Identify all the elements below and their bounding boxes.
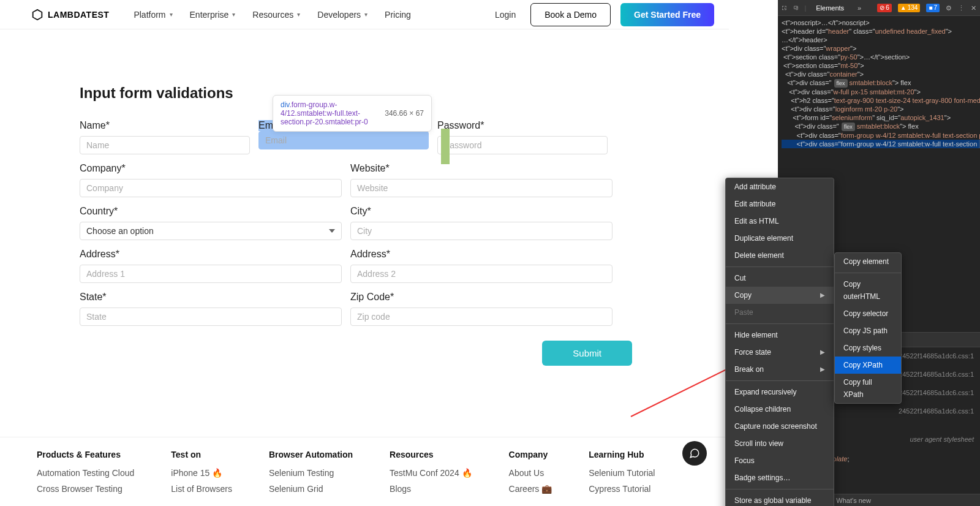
inspect-padding-overlay bbox=[441, 129, 450, 164]
ctx-break-on[interactable]: Break on▶ bbox=[726, 361, 834, 378]
footer-link[interactable]: List of Browsers bbox=[171, 484, 232, 494]
nav-pricing[interactable]: Pricing bbox=[385, 10, 411, 20]
website-label: Website* bbox=[350, 163, 612, 174]
inspect-dimensions: 346.66 × 67 bbox=[385, 109, 424, 118]
company-label: Company* bbox=[80, 163, 342, 174]
ctx-delete-element[interactable]: Delete element bbox=[726, 247, 834, 264]
elements-tab[interactable]: Elements bbox=[812, 4, 848, 12]
copy-submenu[interactable]: Copy elementCopy outerHTMLCopy selectorC… bbox=[834, 252, 902, 404]
form-group-name: Name* bbox=[80, 120, 250, 154]
company-input[interactable] bbox=[80, 179, 342, 197]
address2-input[interactable] bbox=[350, 265, 612, 283]
nav-resources[interactable]: Resources▾ bbox=[252, 10, 300, 20]
ctx-capture-node-screenshot[interactable]: Capture node screenshot bbox=[726, 418, 834, 435]
ctx-edit-as-html[interactable]: Edit as HTML bbox=[726, 213, 834, 230]
form-group-website: Website* bbox=[350, 163, 612, 197]
ctx-force-state[interactable]: Force state▶ bbox=[726, 344, 834, 361]
inspect-icon[interactable] bbox=[782, 4, 787, 12]
logo-icon bbox=[31, 8, 44, 21]
footer-link[interactable]: TestMu Conf 2024 🔥 bbox=[390, 468, 472, 478]
footer-col-browser: Browser Automation Selenium Testing Sele… bbox=[269, 450, 353, 500]
svg-rect-2 bbox=[796, 7, 797, 9]
chat-button[interactable] bbox=[682, 441, 707, 466]
ctx-copy-selector[interactable]: Copy selector bbox=[835, 305, 901, 322]
address1-label: Address* bbox=[80, 249, 342, 260]
form-group-address2: Address* bbox=[350, 249, 612, 283]
footer-col-teston: Test on iPhone 15 🔥 List of Browsers bbox=[171, 450, 232, 500]
footer-col-resources: Resources TestMu Conf 2024 🔥 Blogs bbox=[390, 450, 472, 500]
ctx-add-attribute[interactable]: Add attribute bbox=[726, 178, 834, 195]
footer-link[interactable]: Selenium Grid bbox=[269, 484, 353, 494]
address1-input[interactable] bbox=[80, 265, 342, 283]
gear-icon[interactable]: ⚙ bbox=[946, 4, 952, 12]
footer-link[interactable]: iPhone 15 🔥 bbox=[171, 468, 232, 478]
close-icon[interactable]: ✕ bbox=[971, 4, 976, 12]
ctx-copy-js-path[interactable]: Copy JS path bbox=[835, 322, 901, 339]
whatsnew-tab[interactable]: What's new bbox=[836, 497, 871, 504]
name-input[interactable] bbox=[80, 136, 250, 154]
ctx-badge-settings-[interactable]: Badge settings… bbox=[726, 469, 834, 486]
more-tabs[interactable]: » bbox=[854, 4, 865, 12]
device-icon[interactable] bbox=[793, 4, 799, 12]
ctx-paste: Paste bbox=[726, 304, 834, 321]
ctx-copy-styles[interactable]: Copy styles bbox=[835, 339, 901, 357]
nav-platform[interactable]: Platform▾ bbox=[134, 10, 172, 20]
ctx-copy-xpath[interactable]: Copy XPath bbox=[835, 357, 901, 374]
info-badge[interactable]: ■ 7 bbox=[926, 4, 940, 12]
devtools-tabs: | Elements » ⊘ 6 ▲ 134 ■ 7 ⚙ ⋮ ✕ bbox=[778, 0, 980, 16]
zip-input[interactable] bbox=[350, 308, 612, 326]
context-menu[interactable]: Add attributeEdit attributeEdit as HTMLD… bbox=[725, 178, 834, 506]
ctx-duplicate-element[interactable]: Duplicate element bbox=[726, 230, 834, 247]
ctx-copy[interactable]: Copy▶ bbox=[726, 287, 834, 304]
footer-link[interactable]: Cross Browser Testing bbox=[37, 484, 134, 494]
warnings-badge[interactable]: ▲ 134 bbox=[898, 4, 921, 12]
logo[interactable]: LAMBDATEST bbox=[31, 8, 109, 21]
city-input[interactable] bbox=[350, 222, 612, 240]
get-started-button[interactable]: Get Started Free bbox=[620, 3, 714, 26]
name-label: Name* bbox=[80, 120, 250, 131]
login-link[interactable]: Login bbox=[495, 10, 516, 20]
footer-link[interactable]: About Us bbox=[509, 468, 552, 478]
ctx-cut[interactable]: Cut bbox=[726, 270, 834, 287]
ctx-focus[interactable]: Focus bbox=[726, 452, 834, 469]
password-label: Password* bbox=[437, 120, 608, 131]
state-input[interactable] bbox=[80, 308, 342, 326]
errors-badge[interactable]: ⊘ 6 bbox=[877, 4, 892, 12]
country-label: Country* bbox=[80, 206, 342, 217]
ctx-copy-outerhtml[interactable]: Copy outerHTML bbox=[835, 276, 901, 305]
ctx-copy-element[interactable]: Copy element bbox=[835, 253, 901, 270]
footer-link[interactable]: Cypress Tutorial bbox=[589, 484, 655, 494]
submit-button[interactable]: Submit bbox=[542, 341, 632, 366]
chevron-down-icon: ▾ bbox=[364, 11, 368, 18]
footer-link[interactable]: Selenium Tutorial bbox=[589, 468, 655, 478]
website-input[interactable] bbox=[350, 179, 612, 197]
form-group-zip: Zip Code* bbox=[350, 292, 612, 326]
footer-col-company: Company About Us Careers 💼 bbox=[509, 450, 552, 500]
ctx-edit-attribute[interactable]: Edit attribute bbox=[726, 195, 834, 213]
book-demo-button[interactable]: Book a Demo bbox=[530, 3, 611, 26]
footer-link[interactable]: Automation Testing Cloud bbox=[37, 468, 134, 478]
ctx-expand-recursively[interactable]: Expand recursively bbox=[726, 383, 834, 401]
footer-col-products: Products & Features Automation Testing C… bbox=[37, 450, 134, 500]
inspect-tooltip: div.form-group.w-4/12.smtablet:w-full.te… bbox=[273, 95, 432, 132]
footer-link[interactable]: Careers 💼 bbox=[509, 484, 552, 494]
footer-link[interactable]: Selenium Testing bbox=[269, 468, 353, 478]
form-group-company: Company* bbox=[80, 163, 342, 197]
footer-link[interactable]: Blogs bbox=[390, 484, 472, 494]
ctx-scroll-into-view[interactable]: Scroll into view bbox=[726, 435, 834, 452]
country-select[interactable]: Choose an option bbox=[80, 222, 342, 240]
kebab-icon[interactable]: ⋮ bbox=[958, 4, 965, 12]
address2-label: Address* bbox=[350, 249, 612, 260]
ctx-collapse-children[interactable]: Collapse children bbox=[726, 401, 834, 418]
chevron-down-icon: ▾ bbox=[297, 11, 300, 18]
email-input[interactable] bbox=[258, 131, 429, 149]
password-input[interactable] bbox=[437, 136, 608, 154]
form-group-country: Country* Choose an option bbox=[80, 206, 342, 240]
footer: Products & Features Automation Testing C… bbox=[0, 437, 729, 506]
ctx-hide-element[interactable]: Hide element bbox=[726, 327, 834, 344]
ctx-store-as-global-variable[interactable]: Store as global variable bbox=[726, 492, 834, 506]
topbar: LAMBDATEST Platform▾ Enterprise▾ Resourc… bbox=[0, 0, 729, 29]
nav-enterprise[interactable]: Enterprise▾ bbox=[190, 10, 236, 20]
nav-developers[interactable]: Developers▾ bbox=[317, 10, 368, 20]
ctx-copy-full-xpath[interactable]: Copy full XPath bbox=[835, 374, 901, 403]
